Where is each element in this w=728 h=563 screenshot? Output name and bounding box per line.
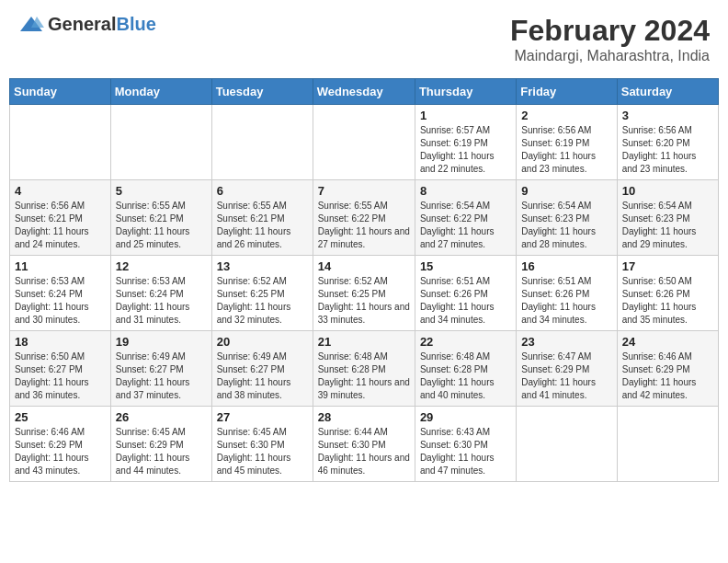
day-number: 10	[622, 184, 713, 198]
day-info: Sunrise: 6:55 AMSunset: 6:21 PMDaylight:…	[217, 200, 308, 251]
calendar-cell: 12Sunrise: 6:53 AMSunset: 6:24 PMDayligh…	[110, 256, 211, 331]
column-header-monday: Monday	[110, 79, 211, 105]
day-info: Sunrise: 6:55 AMSunset: 6:22 PMDaylight:…	[318, 200, 410, 251]
calendar-cell: 21Sunrise: 6:48 AMSunset: 6:28 PMDayligh…	[313, 331, 415, 407]
day-info: Sunrise: 6:51 AMSunset: 6:26 PMDaylight:…	[521, 275, 611, 327]
column-header-friday: Friday	[517, 79, 617, 105]
calendar-cell: 14Sunrise: 6:52 AMSunset: 6:25 PMDayligh…	[313, 256, 415, 331]
calendar-cell: 26Sunrise: 6:45 AMSunset: 6:29 PMDayligh…	[110, 407, 211, 482]
calendar-cell: 22Sunrise: 6:48 AMSunset: 6:28 PMDayligh…	[415, 331, 516, 407]
day-number: 23	[521, 335, 611, 349]
day-number: 6	[217, 184, 308, 198]
day-info: Sunrise: 6:50 AMSunset: 6:27 PMDaylight:…	[15, 350, 106, 402]
calendar-cell: 18Sunrise: 6:50 AMSunset: 6:27 PMDayligh…	[10, 331, 111, 407]
day-info: Sunrise: 6:54 AMSunset: 6:22 PMDaylight:…	[420, 200, 511, 251]
day-info: Sunrise: 6:50 AMSunset: 6:26 PMDaylight:…	[622, 275, 713, 327]
day-number: 8	[420, 184, 511, 198]
day-number: 12	[116, 259, 207, 273]
day-info: Sunrise: 6:53 AMSunset: 6:24 PMDaylight:…	[15, 275, 106, 327]
day-info: Sunrise: 6:46 AMSunset: 6:29 PMDaylight:…	[622, 350, 713, 402]
day-number: 21	[318, 335, 410, 349]
day-number: 7	[318, 184, 410, 198]
calendar-cell: 27Sunrise: 6:45 AMSunset: 6:30 PMDayligh…	[211, 407, 313, 482]
calendar-cell: 1Sunrise: 6:57 AMSunset: 6:19 PMDaylight…	[415, 105, 516, 180]
day-number: 25	[15, 410, 106, 424]
column-header-saturday: Saturday	[617, 79, 718, 105]
calendar-cell: 20Sunrise: 6:49 AMSunset: 6:27 PMDayligh…	[211, 331, 313, 407]
day-info: Sunrise: 6:52 AMSunset: 6:25 PMDaylight:…	[318, 275, 410, 327]
calendar-week-4: 18Sunrise: 6:50 AMSunset: 6:27 PMDayligh…	[10, 331, 719, 407]
logo-icon	[18, 15, 44, 35]
column-header-thursday: Thursday	[415, 79, 516, 105]
calendar-week-1: 1Sunrise: 6:57 AMSunset: 6:19 PMDaylight…	[10, 105, 719, 180]
day-number: 5	[116, 184, 207, 198]
day-info: Sunrise: 6:56 AMSunset: 6:21 PMDaylight:…	[15, 200, 106, 251]
day-number: 1	[420, 109, 511, 122]
day-info: Sunrise: 6:52 AMSunset: 6:25 PMDaylight:…	[217, 275, 308, 327]
day-info: Sunrise: 6:47 AMSunset: 6:29 PMDaylight:…	[521, 350, 611, 402]
column-header-wednesday: Wednesday	[313, 79, 415, 105]
calendar-cell: 3Sunrise: 6:56 AMSunset: 6:20 PMDaylight…	[617, 105, 718, 180]
day-number: 14	[318, 259, 410, 273]
calendar-cell: 17Sunrise: 6:50 AMSunset: 6:26 PMDayligh…	[617, 256, 718, 331]
day-info: Sunrise: 6:43 AMSunset: 6:30 PMDaylight:…	[420, 426, 511, 477]
day-info: Sunrise: 6:57 AMSunset: 6:19 PMDaylight:…	[420, 124, 511, 176]
calendar-cell: 28Sunrise: 6:44 AMSunset: 6:30 PMDayligh…	[313, 407, 415, 482]
page-title: February 2024	[510, 14, 710, 48]
calendar-table: SundayMondayTuesdayWednesdayThursdayFrid…	[9, 78, 719, 482]
calendar-cell	[211, 105, 313, 180]
calendar-week-3: 11Sunrise: 6:53 AMSunset: 6:24 PMDayligh…	[10, 256, 719, 331]
column-header-sunday: Sunday	[10, 79, 111, 105]
day-info: Sunrise: 6:49 AMSunset: 6:27 PMDaylight:…	[217, 350, 308, 402]
day-info: Sunrise: 6:56 AMSunset: 6:19 PMDaylight:…	[521, 124, 611, 176]
logo-text-general: General	[48, 14, 116, 34]
calendar-cell	[313, 105, 415, 180]
day-number: 22	[420, 335, 511, 349]
calendar-cell	[110, 105, 211, 180]
logo: GeneralBlue	[18, 14, 156, 35]
day-number: 3	[622, 109, 713, 122]
column-header-tuesday: Tuesday	[211, 79, 313, 105]
calendar-cell: 7Sunrise: 6:55 AMSunset: 6:22 PMDaylight…	[313, 180, 415, 256]
calendar-cell	[517, 407, 617, 482]
day-info: Sunrise: 6:49 AMSunset: 6:27 PMDaylight:…	[116, 350, 207, 402]
day-number: 29	[420, 410, 511, 424]
calendar-cell: 5Sunrise: 6:55 AMSunset: 6:21 PMDaylight…	[110, 180, 211, 256]
day-number: 26	[116, 410, 207, 424]
day-info: Sunrise: 6:46 AMSunset: 6:29 PMDaylight:…	[15, 426, 106, 477]
calendar-cell: 11Sunrise: 6:53 AMSunset: 6:24 PMDayligh…	[10, 256, 111, 331]
day-info: Sunrise: 6:44 AMSunset: 6:30 PMDaylight:…	[318, 426, 410, 477]
day-number: 11	[15, 259, 106, 273]
day-number: 4	[15, 184, 106, 198]
day-number: 9	[521, 184, 611, 198]
calendar-cell: 4Sunrise: 6:56 AMSunset: 6:21 PMDaylight…	[10, 180, 111, 256]
day-number: 16	[521, 259, 611, 273]
calendar-week-2: 4Sunrise: 6:56 AMSunset: 6:21 PMDaylight…	[10, 180, 719, 256]
day-info: Sunrise: 6:51 AMSunset: 6:26 PMDaylight:…	[420, 275, 511, 327]
calendar-cell: 13Sunrise: 6:52 AMSunset: 6:25 PMDayligh…	[211, 256, 313, 331]
calendar-cell	[617, 407, 718, 482]
calendar-cell: 9Sunrise: 6:54 AMSunset: 6:23 PMDaylight…	[517, 180, 617, 256]
calendar-body: 1Sunrise: 6:57 AMSunset: 6:19 PMDaylight…	[10, 105, 719, 482]
logo-text-blue: Blue	[116, 14, 155, 34]
calendar-cell: 6Sunrise: 6:55 AMSunset: 6:21 PMDaylight…	[211, 180, 313, 256]
calendar-cell: 8Sunrise: 6:54 AMSunset: 6:22 PMDaylight…	[415, 180, 516, 256]
calendar-cell: 24Sunrise: 6:46 AMSunset: 6:29 PMDayligh…	[617, 331, 718, 407]
day-number: 27	[217, 410, 308, 424]
day-info: Sunrise: 6:45 AMSunset: 6:30 PMDaylight:…	[217, 426, 308, 477]
page-header: GeneralBlue February 2024 Maindargi, Mah…	[9, 9, 719, 69]
day-number: 2	[521, 109, 611, 122]
calendar-cell: 29Sunrise: 6:43 AMSunset: 6:30 PMDayligh…	[415, 407, 516, 482]
day-number: 15	[420, 259, 511, 273]
day-number: 18	[15, 335, 106, 349]
day-info: Sunrise: 6:54 AMSunset: 6:23 PMDaylight:…	[622, 200, 713, 251]
calendar-cell: 16Sunrise: 6:51 AMSunset: 6:26 PMDayligh…	[517, 256, 617, 331]
day-info: Sunrise: 6:55 AMSunset: 6:21 PMDaylight:…	[116, 200, 207, 251]
day-number: 28	[318, 410, 410, 424]
day-info: Sunrise: 6:45 AMSunset: 6:29 PMDaylight:…	[116, 426, 207, 477]
calendar-cell: 10Sunrise: 6:54 AMSunset: 6:23 PMDayligh…	[617, 180, 718, 256]
day-number: 13	[217, 259, 308, 273]
day-info: Sunrise: 6:54 AMSunset: 6:23 PMDaylight:…	[521, 200, 611, 251]
page-subtitle: Maindargi, Maharashtra, India	[510, 48, 710, 64]
calendar-week-5: 25Sunrise: 6:46 AMSunset: 6:29 PMDayligh…	[10, 407, 719, 482]
